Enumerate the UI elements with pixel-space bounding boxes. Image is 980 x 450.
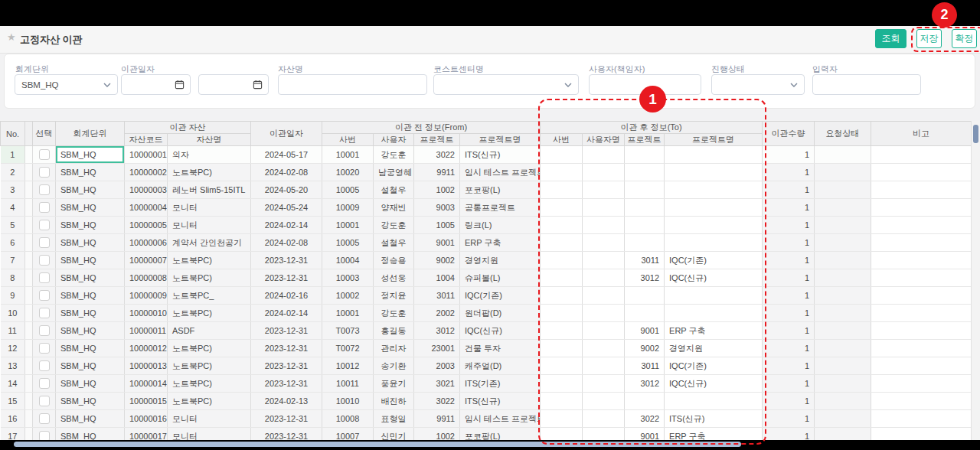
cell-no[interactable]: 17 [1, 428, 25, 441]
cell-t_pname[interactable] [665, 305, 763, 322]
cell-unit[interactable]: SBM_HQ [56, 428, 125, 441]
cell-name[interactable]: 노트북PC) [168, 375, 251, 393]
cell-code[interactable]: 10000002 [125, 164, 168, 181]
cell-t_user[interactable] [583, 393, 625, 410]
row-checkbox[interactable] [39, 413, 50, 424]
cell-unit[interactable]: SBM_HQ [56, 287, 125, 305]
cell-f_user[interactable]: 강도훈 [374, 217, 414, 234]
cell-no[interactable]: 4 [1, 199, 25, 217]
cell-name[interactable]: 모니터 [168, 410, 251, 428]
cell-f_emp[interactable]: 10001 [322, 217, 374, 234]
cell-code[interactable]: 10000009 [125, 287, 168, 305]
cell-sp[interactable] [25, 375, 33, 393]
cell-date[interactable]: 2024-02-14 [251, 305, 322, 322]
cell-code[interactable]: 10000012 [125, 340, 168, 357]
status-select[interactable] [711, 74, 805, 95]
cell-t_user[interactable] [583, 181, 625, 199]
cell-f_pname[interactable]: ITS(신규) [460, 393, 541, 410]
cell-no[interactable]: 12 [1, 340, 25, 357]
cell-date[interactable]: 2024-05-20 [251, 181, 322, 199]
cell-qty[interactable]: 1 [763, 357, 815, 375]
row-checkbox[interactable] [39, 378, 50, 389]
cell-f_proj[interactable]: 3012 [414, 322, 460, 340]
cell-f_emp[interactable]: 10001 [322, 146, 374, 164]
cell-status[interactable] [815, 393, 871, 410]
cell-f_emp[interactable]: 10012 [322, 357, 374, 375]
cell-note[interactable] [871, 357, 971, 375]
cell-code[interactable]: 10000017 [125, 428, 168, 441]
cell-sp[interactable] [25, 340, 33, 357]
cell-sp[interactable] [25, 410, 33, 428]
cell-qty[interactable]: 1 [763, 375, 815, 393]
cell-qty[interactable]: 1 [763, 340, 815, 357]
cell-sel[interactable] [33, 340, 56, 357]
cell-name[interactable]: 노트북PC) [168, 164, 251, 181]
cell-t_user[interactable] [583, 287, 625, 305]
cell-unit[interactable]: SBM_HQ [56, 234, 125, 252]
cell-date[interactable]: 2024-02-08 [251, 234, 322, 252]
cell-t_proj[interactable] [625, 393, 665, 410]
cell-code[interactable]: 10000004 [125, 199, 168, 217]
cell-f_user[interactable]: 강도훈 [374, 146, 414, 164]
cell-name[interactable]: 노트북PC_ [168, 287, 251, 305]
cell-f_proj[interactable]: 1002 [414, 181, 460, 199]
cell-sp[interactable] [25, 393, 33, 410]
cell-status[interactable] [815, 217, 871, 234]
cell-date[interactable]: 2023-12-31 [251, 357, 322, 375]
cell-f_proj[interactable]: 3022 [414, 393, 460, 410]
cell-status[interactable] [815, 252, 871, 269]
row-checkbox[interactable] [39, 272, 50, 283]
cell-code[interactable]: 10000014 [125, 375, 168, 393]
cell-no[interactable]: 5 [1, 217, 25, 234]
cell-f_proj[interactable]: 3022 [414, 146, 460, 164]
cell-t_emp[interactable] [541, 146, 583, 164]
cell-f_user[interactable]: 양재빈 [374, 199, 414, 217]
save-button[interactable]: 저장 [916, 29, 942, 48]
cell-status[interactable] [815, 340, 871, 357]
cell-sel[interactable] [33, 428, 56, 441]
cell-t_proj[interactable] [625, 181, 665, 199]
cell-t_emp[interactable] [541, 410, 583, 428]
cell-t_user[interactable] [583, 340, 625, 357]
cell-date[interactable]: 2023-12-31 [251, 322, 322, 340]
cell-t_user[interactable] [583, 234, 625, 252]
cell-t_pname[interactable] [665, 181, 763, 199]
creator-field[interactable] [812, 74, 921, 95]
cell-t_user[interactable] [583, 269, 625, 287]
cell-f_proj[interactable]: 1004 [414, 269, 460, 287]
cell-t_user[interactable] [583, 410, 625, 428]
cell-sel[interactable] [33, 234, 56, 252]
cell-date[interactable]: 2023-12-31 [251, 375, 322, 393]
cell-code[interactable]: 10000006 [125, 234, 168, 252]
cell-f_user[interactable]: 정지윤 [374, 287, 414, 305]
cell-qty[interactable]: 1 [763, 269, 815, 287]
cell-name[interactable]: 노트북PC) [168, 305, 251, 322]
cell-t_proj[interactable]: 9001 [625, 428, 665, 441]
cell-f_user[interactable]: 배진하 [374, 393, 414, 410]
row-checkbox[interactable] [39, 220, 50, 230]
cell-sp[interactable] [25, 217, 33, 234]
cell-t_proj[interactable]: 3011 [625, 252, 665, 269]
cell-qty[interactable]: 1 [763, 393, 815, 410]
cell-f_proj[interactable]: 2003 [414, 357, 460, 375]
cell-status[interactable] [815, 322, 871, 340]
cell-name[interactable]: 모니터 [168, 217, 251, 234]
cell-date[interactable]: 2023-12-31 [251, 410, 322, 428]
cell-code[interactable]: 10000016 [125, 410, 168, 428]
cell-date[interactable]: 2023-12-31 [251, 252, 322, 269]
cell-t_user[interactable] [583, 199, 625, 217]
cell-sel[interactable] [33, 357, 56, 375]
cell-sel[interactable] [33, 287, 56, 305]
cell-qty[interactable]: 1 [763, 428, 815, 441]
cell-sel[interactable] [33, 199, 56, 217]
cell-qty[interactable]: 1 [763, 217, 815, 234]
cell-sp[interactable] [25, 181, 33, 199]
cell-unit[interactable]: SBM_HQ [56, 340, 125, 357]
row-checkbox[interactable] [39, 237, 50, 248]
cell-sel[interactable] [33, 146, 56, 164]
cell-t_pname[interactable] [665, 199, 763, 217]
cell-t_proj[interactable] [625, 217, 665, 234]
cell-t_pname[interactable] [665, 393, 763, 410]
unit-select[interactable]: SBM_HQ [15, 74, 118, 95]
vertical-scrollbar-thumb[interactable] [973, 125, 978, 143]
